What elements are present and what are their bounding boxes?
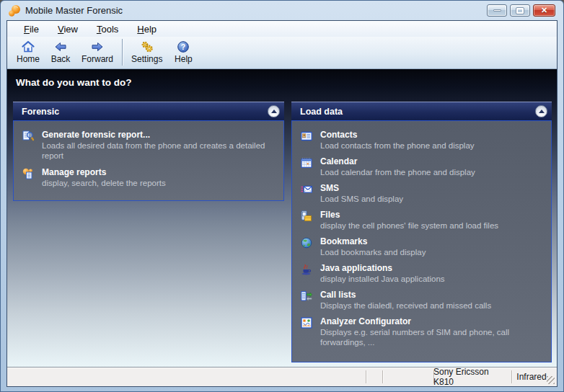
item-desc: Displays the dialedl, received and misse… — [320, 300, 491, 311]
item-desc: Displays e.g. serial numbers of SIM and … — [320, 327, 544, 347]
forensic-panel-header: Forensic — [13, 102, 284, 120]
item-title: SMS — [320, 183, 403, 194]
svg-text:?: ? — [181, 43, 185, 51]
status-device: Sony Ericsson K810 — [433, 368, 511, 386]
back-arrow-icon — [54, 40, 67, 53]
item-title: Analyzer Configurator — [320, 316, 544, 327]
window-title: Mobile Master Forensic — [25, 5, 123, 16]
item-title: Contacts — [320, 130, 475, 141]
analyzer-configurator-item[interactable]: Analyzer Configurator Displays e.g. seri… — [301, 316, 544, 347]
item-text: Calendar Load calendar from the phone an… — [320, 156, 475, 177]
item-title: Files — [320, 210, 498, 220]
manage-reports-icon — [22, 168, 34, 179]
forensic-panel-title: Forensic — [22, 107, 268, 117]
minimize-button[interactable] — [487, 4, 507, 17]
home-icon — [22, 40, 35, 53]
settings-button[interactable]: Settings — [126, 39, 167, 64]
chevron-up-icon — [539, 110, 545, 113]
gear-icon — [141, 40, 154, 53]
item-title: Bookmarks — [320, 236, 426, 247]
load-data-panel-title: Load data — [300, 107, 535, 117]
analyzer-icon — [301, 317, 312, 329]
sms-item[interactable]: SMS Load SMS and display — [301, 183, 544, 204]
back-label: Back — [51, 54, 71, 64]
close-icon: ✕ — [541, 6, 547, 14]
app-logo-icon — [8, 4, 21, 17]
settings-label: Settings — [131, 54, 162, 64]
calendar-item[interactable]: Calendar Load calendar from the phone an… — [301, 156, 544, 177]
status-separator — [366, 370, 366, 383]
back-button[interactable]: Back — [45, 39, 76, 64]
forward-button[interactable]: Forward — [76, 39, 118, 64]
bookmarks-item[interactable]: Bookmarks Load bookmarks and display — [301, 236, 544, 257]
status-bar: Sony Ericsson K810 Infrared — [7, 367, 557, 386]
item-desc: Load calendar from the phone and display — [320, 167, 475, 177]
load-data-collapse-button[interactable] — [535, 105, 547, 117]
status-separator — [382, 370, 383, 383]
home-label: Home — [17, 54, 40, 64]
menu-help[interactable]: Help — [128, 22, 166, 36]
maximize-button[interactable] — [510, 4, 530, 17]
title-bar[interactable]: Mobile Master Forensic ✕ — [6, 1, 558, 20]
help-label: Help — [175, 54, 193, 64]
item-text: Files display the cell phones' file syst… — [320, 210, 498, 231]
maximize-icon — [516, 8, 524, 14]
manage-reports-item[interactable]: Manage reports display, search, delete t… — [22, 167, 276, 188]
item-title: Calendar — [320, 156, 475, 167]
chevron-up-icon — [271, 110, 277, 113]
calendar-icon — [301, 157, 312, 169]
status-connection: Infrared — [511, 368, 552, 386]
item-text: Call lists Displays the dialedl, receive… — [320, 290, 491, 311]
item-title: Java applications — [320, 263, 445, 274]
item-title: Generate forensic report... — [42, 130, 276, 141]
toolbar: Home Back Forward — [7, 37, 557, 69]
forensic-collapse-button[interactable] — [268, 105, 280, 117]
resize-grip[interactable] — [547, 376, 555, 384]
help-icon: ? — [177, 40, 190, 53]
files-icon — [301, 210, 312, 222]
page-title: What do you want to do? — [16, 77, 131, 88]
contacts-icon — [301, 130, 312, 142]
menu-view[interactable]: View — [48, 22, 87, 36]
item-text: Analyzer Configurator Displays e.g. seri… — [320, 316, 544, 347]
item-text: SMS Load SMS and display — [320, 183, 403, 204]
menu-tools[interactable]: Tools — [87, 22, 128, 36]
generate-forensic-report-item[interactable]: Generate forensic report... Loads all de… — [22, 130, 276, 161]
item-text: Contacts Load contacts from the phone an… — [320, 130, 475, 151]
globe-icon — [301, 237, 312, 249]
java-applications-item[interactable]: Java applications display installed Java… — [301, 263, 544, 284]
load-data-panel: Load data — [291, 102, 552, 362]
help-button[interactable]: ? Help — [167, 39, 199, 64]
menu-file[interactable]: File — [14, 22, 48, 36]
forward-label: Forward — [81, 54, 113, 64]
forward-arrow-icon — [91, 40, 104, 53]
home-button[interactable]: Home — [12, 39, 45, 64]
forensic-panel: Forensic Generate fore — [13, 102, 284, 201]
contacts-item[interactable]: Contacts Load contacts from the phone an… — [301, 130, 544, 151]
item-desc: Load bookmarks and display — [320, 247, 426, 257]
item-desc: display installed Java applications — [320, 274, 445, 284]
item-desc: Load SMS and display — [320, 194, 403, 204]
item-desc: Loads all desired data from the phone an… — [42, 141, 276, 161]
item-text: Bookmarks Load bookmarks and display — [320, 236, 426, 257]
window-body: File View Tools Help Home Back — [6, 20, 558, 387]
load-data-panel-body: Contacts Load contacts from the phone an… — [291, 120, 552, 362]
item-desc: display the cell phones' file system and… — [320, 220, 498, 231]
item-text: Java applications display installed Java… — [320, 263, 445, 284]
call-lists-icon — [301, 290, 312, 302]
toolbar-separator — [122, 39, 123, 66]
forensic-panel-body: Generate forensic report... Loads all de… — [13, 120, 284, 201]
item-desc: display, search, delete the reports — [42, 178, 166, 188]
minimize-icon — [493, 9, 501, 12]
window-controls: ✕ — [487, 4, 555, 17]
item-text: Manage reports display, search, delete t… — [42, 167, 166, 188]
menu-bar: File View Tools Help — [7, 21, 557, 37]
close-button[interactable]: ✕ — [533, 4, 555, 17]
sms-envelope-icon — [301, 184, 312, 195]
files-item[interactable]: Files display the cell phones' file syst… — [301, 210, 544, 231]
load-data-panel-header: Load data — [291, 102, 552, 120]
app-window: Mobile Master Forensic ✕ File View Tools… — [0, 0, 564, 392]
item-title: Call lists — [320, 290, 491, 300]
main-content: What do you want to do? Forensic — [7, 69, 557, 367]
call-lists-item[interactable]: Call lists Displays the dialedl, receive… — [301, 290, 544, 311]
